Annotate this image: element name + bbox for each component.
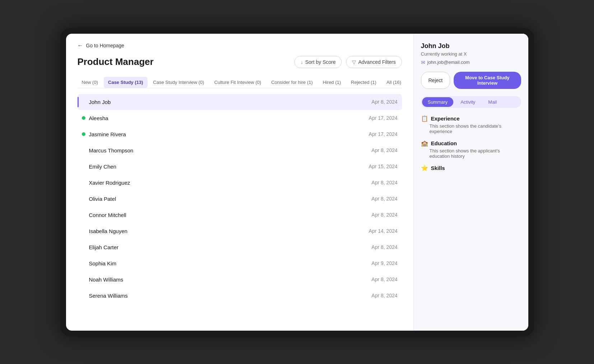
- candidate-row[interactable]: Connor MitchellApr 8, 2024: [78, 207, 402, 223]
- candidate-name: Isabella Nguyen: [89, 228, 128, 234]
- status-dot: [82, 165, 85, 168]
- section-item: ⭐Skills: [421, 165, 521, 171]
- candidate-row[interactable]: Serena WilliamsApr 8, 2024: [78, 288, 402, 304]
- sort-icon: ↓: [300, 59, 303, 65]
- skills-icon: ⭐: [421, 165, 428, 171]
- section-title-row: ⭐Skills: [421, 165, 521, 171]
- detail-tab-activity[interactable]: Activity: [455, 97, 481, 107]
- filter-label: Advanced Filters: [358, 59, 396, 65]
- tabs-row: New (0)Case Study (13)Case Study Intervi…: [78, 77, 402, 88]
- section-item: 📋ExperienceThis section shows the candid…: [421, 115, 521, 134]
- sort-label: Sort by Score: [305, 59, 336, 65]
- candidate-left: Olivia Patel: [82, 196, 116, 202]
- candidate-left: Noah Williams: [82, 276, 123, 283]
- candidate-date: Apr 14, 2024: [369, 228, 397, 234]
- sort-button[interactable]: ↓ Sort by Score: [294, 56, 342, 68]
- detail-tab-summary[interactable]: Summary: [422, 97, 454, 107]
- education-icon: 🏫: [421, 140, 428, 147]
- candidate-row[interactable]: Jasmine RiveraApr 17, 2024: [78, 126, 402, 142]
- tab-new[interactable]: New (0): [78, 77, 103, 88]
- status-dot: [82, 181, 85, 184]
- detail-company: Currently working at X: [421, 51, 521, 57]
- section-title: Experience: [431, 115, 460, 122]
- candidate-name: John Job: [89, 99, 111, 105]
- candidate-left: Sophia Kim: [82, 260, 117, 266]
- candidate-name: Serena Williams: [89, 293, 128, 299]
- section-desc: This section shows the applicant's educa…: [430, 148, 521, 159]
- move-button[interactable]: Move to Case Study Interview: [454, 72, 521, 89]
- candidate-row[interactable]: AleeshaApr 17, 2024: [78, 110, 402, 126]
- tab-consider[interactable]: Consider for hire (1): [267, 77, 317, 88]
- status-dot: [82, 294, 85, 297]
- detail-email-row: ✉ john.job@email.com: [421, 60, 521, 65]
- section-title-row: 📋Experience: [421, 115, 521, 122]
- back-arrow-icon: ←: [78, 42, 83, 49]
- app-container: ← Go to Homepage Product Manager ↓ Sort …: [66, 34, 528, 331]
- candidate-left: Isabella Nguyen: [82, 228, 128, 234]
- candidate-name: Connor Mitchell: [89, 212, 126, 218]
- section-desc: This section shows the candidate's exper…: [430, 123, 521, 134]
- candidate-row[interactable]: Olivia PatelApr 8, 2024: [78, 191, 402, 207]
- candidate-left: Xavier Rodriguez: [82, 180, 130, 186]
- status-dot: [82, 261, 85, 265]
- filter-button[interactable]: ▽ Advanced Filters: [346, 56, 402, 68]
- tab-rejected[interactable]: Rejected (1): [347, 77, 381, 88]
- tab-hired[interactable]: Hired (1): [318, 77, 345, 88]
- candidate-date: Apr 8, 2024: [371, 180, 397, 185]
- main-layout: ← Go to Homepage Product Manager ↓ Sort …: [66, 34, 528, 331]
- candidate-date: Apr 8, 2024: [371, 212, 397, 218]
- candidate-date: Apr 9, 2024: [371, 260, 397, 266]
- status-dot: [82, 197, 85, 200]
- candidate-date: Apr 8, 2024: [371, 147, 397, 153]
- detail-tab-mail[interactable]: Mail: [482, 97, 502, 107]
- reject-button[interactable]: Reject: [421, 72, 450, 89]
- status-dot: [82, 278, 85, 281]
- candidate-left: Marcus Thompson: [82, 147, 134, 153]
- candidate-date: Apr 17, 2024: [369, 115, 397, 121]
- candidate-row[interactable]: Emily ChenApr 15, 2024: [78, 159, 402, 175]
- candidate-date: Apr 8, 2024: [371, 293, 397, 298]
- section-title: Skills: [431, 165, 445, 171]
- candidate-name: Aleesha: [89, 115, 108, 121]
- candidate-date: Apr 8, 2024: [371, 244, 397, 250]
- tab-culture-fit[interactable]: Culture Fit Inteview (0): [210, 77, 266, 88]
- status-dot: [82, 213, 85, 217]
- candidate-left: Elijah Carter: [82, 244, 119, 250]
- candidate-date: Apr 8, 2024: [371, 196, 397, 202]
- candidate-name: Jasmine Rivera: [89, 131, 126, 137]
- candidate-left: Emily Chen: [82, 164, 117, 170]
- candidate-row[interactable]: John JobApr 8, 2024: [78, 94, 402, 110]
- detail-tabs: SummaryActivityMail: [421, 96, 521, 108]
- candidate-date: Apr 15, 2024: [369, 164, 397, 169]
- candidate-left: Aleesha: [82, 115, 108, 121]
- candidate-name: Elijah Carter: [89, 244, 119, 250]
- candidate-row[interactable]: Isabella NguyenApr 14, 2024: [78, 223, 402, 239]
- section-item: 🏫EducationThis section shows the applica…: [421, 140, 521, 159]
- sections-container: 📋ExperienceThis section shows the candid…: [421, 115, 521, 177]
- left-panel: ← Go to Homepage Product Manager ↓ Sort …: [66, 34, 413, 331]
- experience-icon: 📋: [421, 115, 428, 122]
- candidate-date: Apr 8, 2024: [371, 276, 397, 282]
- candidate-name: Emily Chen: [89, 164, 117, 170]
- candidate-row[interactable]: Marcus ThompsonApr 8, 2024: [78, 142, 402, 159]
- candidates-list: John JobApr 8, 2024AleeshaApr 17, 2024Ja…: [78, 94, 402, 322]
- header-row: Product Manager ↓ Sort by Score ▽ Advanc…: [78, 56, 402, 68]
- candidate-left: Connor Mitchell: [82, 212, 126, 218]
- filter-icon: ▽: [352, 59, 356, 65]
- header-actions: ↓ Sort by Score ▽ Advanced Filters: [294, 56, 402, 68]
- status-dot: [82, 100, 85, 104]
- tab-all[interactable]: All (16): [382, 77, 406, 88]
- action-buttons: Reject Move to Case Study Interview: [421, 72, 521, 89]
- candidate-row[interactable]: Sophia KimApr 9, 2024: [78, 255, 402, 271]
- section-title: Education: [431, 140, 457, 146]
- candidate-row[interactable]: Elijah CarterApr 8, 2024: [78, 239, 402, 255]
- status-dot: [82, 245, 85, 249]
- candidate-row[interactable]: Xavier RodriguezApr 8, 2024: [78, 175, 402, 191]
- candidate-date: Apr 8, 2024: [371, 99, 397, 105]
- device-frame: ← Go to Homepage Product Manager ↓ Sort …: [60, 28, 534, 336]
- status-dot: [82, 148, 85, 152]
- tab-case-study-interview[interactable]: Case Study Interview (0): [149, 77, 209, 88]
- tab-case-study[interactable]: Case Study (13): [104, 77, 148, 88]
- back-link[interactable]: ← Go to Homepage: [78, 42, 402, 49]
- candidate-row[interactable]: Noah WilliamsApr 8, 2024: [78, 271, 402, 288]
